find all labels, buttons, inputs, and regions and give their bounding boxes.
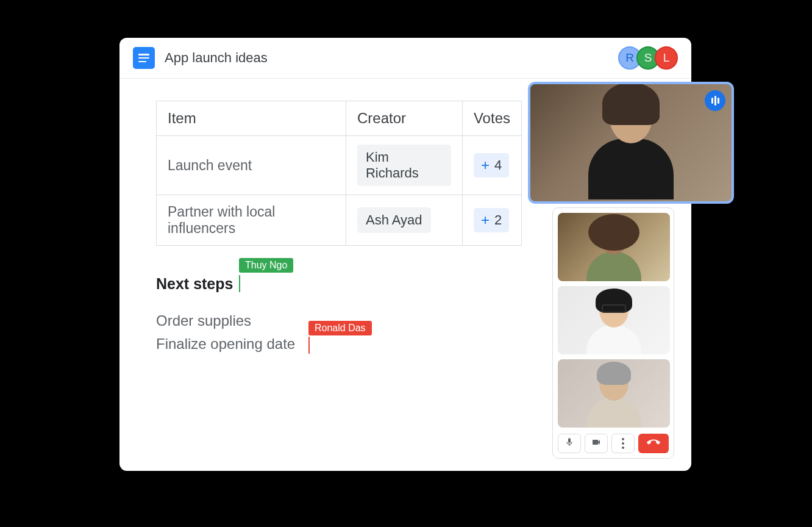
body-text-line[interactable]: Order supplies [156,312,251,329]
creator-chip[interactable]: Ash Ayad [357,207,431,233]
collaborator-cursor-tag: Thuy Ngo [239,258,293,273]
participant-video[interactable] [558,213,670,281]
mute-button[interactable] [558,434,581,453]
body-text-line[interactable]: Finalize opening date [156,335,295,353]
collaborator-cursor-tag: Ronald Das [308,321,372,335]
table-row[interactable]: Partner with local influencers Ash Ayad … [157,195,522,246]
docs-window: App launch ideas R S L Item Creator Vote… [119,38,691,471]
cell-item[interactable]: Partner with local influencers [157,195,346,246]
cell-creator[interactable]: Ash Ayad [346,195,462,246]
more-vertical-icon [622,438,624,449]
camera-icon [591,437,601,450]
collaborator-avatars: R S L [623,46,678,70]
cell-votes[interactable]: + 2 [462,195,521,246]
ideas-table[interactable]: Item Creator Votes Launch event Kim Rich… [156,101,522,246]
vote-chip[interactable]: + 4 [474,153,509,177]
main-speaker-video[interactable] [528,82,734,204]
col-header-item[interactable]: Item [157,101,346,136]
vote-chip[interactable]: + 2 [474,208,509,232]
person-avatar [586,220,641,281]
camera-button[interactable] [585,434,608,453]
cell-votes[interactable]: + 4 [462,136,521,195]
microphone-icon [564,437,574,450]
document-title[interactable]: App launch ideas [165,50,623,66]
video-call-panel [528,82,734,204]
collaborator-avatar-l[interactable]: L [655,46,678,70]
col-header-creator[interactable]: Creator [346,101,462,136]
vote-count: 2 [494,212,502,228]
table-row[interactable]: Launch event Kim Richards + 4 [157,136,522,195]
plus-icon: + [481,157,490,174]
creator-chip[interactable]: Kim Richards [357,145,451,186]
participant-video[interactable] [558,359,670,428]
participants-panel [552,207,674,459]
cursor-line-red [308,337,310,354]
cursor-line-green [239,275,240,292]
section-heading[interactable]: Next steps [156,275,233,293]
call-controls [558,432,669,453]
docs-logo-icon[interactable] [133,47,155,69]
cell-item[interactable]: Launch event [157,136,346,195]
col-header-votes[interactable]: Votes [462,101,521,136]
person-avatar [586,367,641,428]
hangup-button[interactable] [638,434,669,453]
vote-count: 4 [494,157,502,173]
person-avatar [586,293,641,354]
plus-icon: + [481,212,490,229]
person-avatar [588,91,674,201]
table-header-row: Item Creator Votes [157,101,522,136]
speaking-indicator-icon [705,90,725,111]
more-options-button[interactable] [611,434,635,453]
cell-creator[interactable]: Kim Richards [346,136,462,195]
hangup-icon [647,436,660,451]
header-bar: App launch ideas R S L [119,38,691,79]
participant-video[interactable] [558,286,670,354]
